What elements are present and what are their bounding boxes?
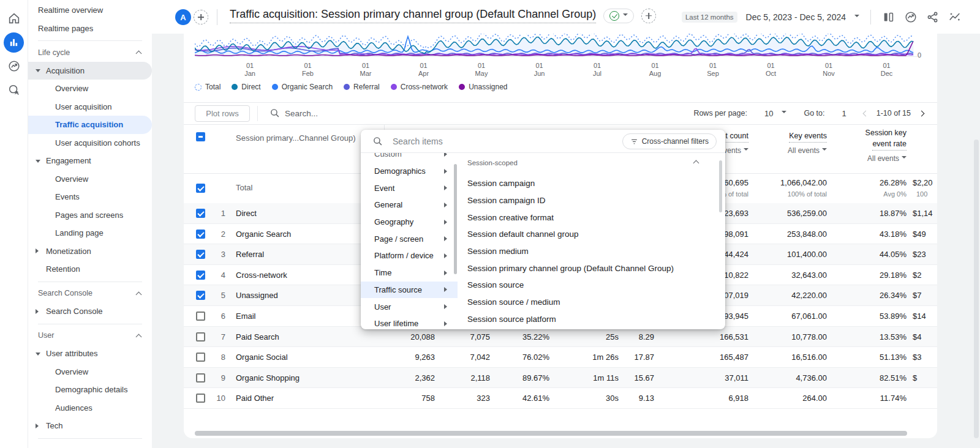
sidebar-item[interactable]: User acquisition bbox=[28, 98, 152, 116]
chevron-right-icon bbox=[444, 203, 450, 207]
legend-item[interactable]: Referral bbox=[344, 83, 380, 91]
sidebar-item[interactable]: Realtime overview bbox=[28, 1, 152, 20]
key-events-value: 10,778.00 bbox=[752, 327, 827, 348]
picker-category[interactable]: User lifetime bbox=[361, 315, 458, 329]
row-checkbox[interactable] bbox=[196, 312, 205, 321]
add-comparison-button[interactable] bbox=[194, 10, 208, 24]
picker-category[interactable]: Platform / device bbox=[361, 247, 458, 264]
explore-icon[interactable] bbox=[7, 83, 21, 97]
legend-item[interactable]: Total bbox=[195, 83, 221, 91]
engaged-sessions-value: 323 bbox=[441, 388, 490, 409]
picker-category[interactable]: Custom bbox=[361, 153, 458, 163]
row-checkbox[interactable] bbox=[196, 394, 205, 403]
picker-category[interactable]: Time bbox=[361, 264, 458, 282]
picker-item[interactable]: Session default channel group bbox=[461, 226, 725, 243]
goto-value[interactable]: 1 bbox=[842, 109, 846, 118]
cross-channel-filters-chip[interactable]: Cross-channel filters bbox=[622, 133, 717, 149]
select-all-checkbox[interactable] bbox=[196, 132, 205, 141]
row-checkbox[interactable] bbox=[196, 250, 205, 259]
picker-category[interactable]: Demographics bbox=[361, 163, 458, 180]
picker-category[interactable]: Traffic source bbox=[361, 282, 458, 299]
sidebar-item[interactable]: Retention bbox=[28, 260, 152, 278]
sidebar-item[interactable]: Landing page bbox=[28, 224, 152, 242]
picker-item[interactable]: Session medium bbox=[461, 243, 725, 260]
picker-item[interactable]: Session source bbox=[461, 277, 725, 294]
row-checkbox[interactable] bbox=[196, 209, 205, 218]
engaged-sessions-value: 2,118 bbox=[441, 368, 490, 389]
row-checkbox[interactable] bbox=[196, 271, 205, 280]
share-icon[interactable] bbox=[926, 10, 940, 24]
picker-item[interactable]: Session primary channel group (Default C… bbox=[461, 259, 725, 277]
sidebar-item[interactable]: Search Console bbox=[28, 302, 152, 321]
plot-rows-button[interactable]: Plot rows bbox=[195, 105, 250, 122]
legend-item[interactable]: Organic Search bbox=[272, 83, 333, 91]
legend-item[interactable]: Unassigned bbox=[459, 83, 507, 91]
channel-name: Organic Search bbox=[236, 224, 377, 245]
picker-item[interactable]: Session source / medium bbox=[461, 294, 725, 311]
picker-item[interactable]: Session source platform bbox=[461, 311, 725, 328]
sidebar-item[interactable]: Engagement bbox=[28, 152, 152, 170]
sidebar-item[interactable]: Realtime pages bbox=[28, 20, 152, 38]
row-checkbox[interactable] bbox=[196, 332, 205, 342]
sidebar-item[interactable]: Acquisition bbox=[28, 62, 152, 80]
sidebar-item-label: Traffic acquisition bbox=[55, 120, 123, 129]
column-header-session-key-event-rate[interactable]: Session key event rate All events bbox=[833, 127, 907, 163]
report-status-badge[interactable] bbox=[603, 9, 634, 23]
column-header-key-events[interactable]: Key events All events bbox=[752, 130, 827, 155]
rows-per-page-value[interactable]: 10 bbox=[764, 109, 773, 118]
row-number: 7 bbox=[212, 327, 225, 348]
collapse-chevron-icon[interactable] bbox=[693, 160, 699, 166]
sparkline-insights-icon[interactable] bbox=[948, 10, 962, 24]
sidebar-item[interactable]: Life cycle bbox=[28, 43, 152, 62]
items-scrollbar[interactable] bbox=[719, 160, 722, 212]
sidebar-item[interactable]: User attributes bbox=[28, 345, 152, 363]
date-range-picker[interactable]: Dec 5, 2023 - Dec 5, 2024 bbox=[746, 12, 846, 22]
legend-item[interactable]: Direct bbox=[232, 83, 260, 91]
page-title[interactable]: Traffic acquisition: Session primary cha… bbox=[230, 8, 596, 23]
row-checkbox[interactable] bbox=[196, 291, 205, 300]
picker-item[interactable]: Session creative format bbox=[461, 209, 725, 226]
sidebar-item[interactable]: Events bbox=[28, 188, 152, 206]
add-report-button[interactable] bbox=[641, 9, 656, 23]
table-search-input[interactable] bbox=[285, 105, 487, 121]
sidebar-item-label: Realtime pages bbox=[38, 24, 93, 33]
next-page-icon[interactable] bbox=[919, 110, 925, 116]
picker-category[interactable]: User bbox=[361, 298, 458, 315]
sidebar-item[interactable]: User bbox=[28, 327, 152, 345]
picker-category[interactable]: Event bbox=[361, 179, 458, 196]
picker-search-input[interactable] bbox=[393, 133, 619, 150]
total-checkbox[interactable] bbox=[196, 184, 205, 193]
sidebar-item[interactable]: Pages and screens bbox=[28, 206, 152, 225]
sidebar-item[interactable]: Overview bbox=[28, 170, 152, 189]
engagement-rate-value: 89.67% bbox=[496, 368, 549, 389]
picker-item[interactable]: Session campaign ID bbox=[461, 192, 725, 209]
picker-category[interactable]: General bbox=[361, 196, 458, 214]
row-checkbox[interactable] bbox=[196, 353, 205, 362]
category-scrollbar[interactable] bbox=[454, 164, 457, 274]
sidebar-item[interactable]: Demographic details bbox=[28, 381, 152, 399]
sidebar-item[interactable]: Audiences bbox=[28, 399, 152, 417]
legend-item[interactable]: Cross-network bbox=[391, 83, 448, 91]
dimension-header[interactable]: Session primary...Channel Group) bbox=[236, 133, 366, 143]
picker-item[interactable]: Session campaign bbox=[461, 175, 725, 192]
sidebar-item[interactable]: Tech bbox=[28, 417, 152, 435]
sidebar-item[interactable]: Monetization bbox=[28, 242, 152, 261]
sidebar-item[interactable]: Overview bbox=[28, 80, 152, 98]
sidebar-item[interactable]: Traffic acquisition bbox=[28, 116, 152, 134]
sidebar-item[interactable]: User acquisition cohorts bbox=[28, 134, 152, 152]
row-checkbox[interactable] bbox=[196, 373, 205, 383]
horizontal-scrollbar[interactable] bbox=[195, 431, 907, 436]
row-checkbox[interactable] bbox=[196, 230, 205, 239]
picker-category[interactable]: Geography bbox=[361, 214, 458, 231]
avatar[interactable]: A bbox=[175, 9, 191, 25]
comparison-icon[interactable] bbox=[882, 10, 895, 24]
table-row: 8 Organic Social 9,263 7,042 76.02% 1m 2… bbox=[184, 347, 937, 368]
sidebar-item[interactable]: Overview bbox=[28, 363, 152, 381]
picker-category[interactable]: Page / screen bbox=[361, 230, 458, 247]
sidebar-item[interactable]: Search Console bbox=[28, 285, 152, 303]
home-icon[interactable] bbox=[7, 12, 21, 25]
reports-icon[interactable] bbox=[4, 32, 24, 53]
advertising-icon[interactable] bbox=[7, 59, 21, 73]
vertical-scrollbar[interactable] bbox=[974, 140, 979, 438]
insights-icon[interactable] bbox=[904, 10, 918, 24]
